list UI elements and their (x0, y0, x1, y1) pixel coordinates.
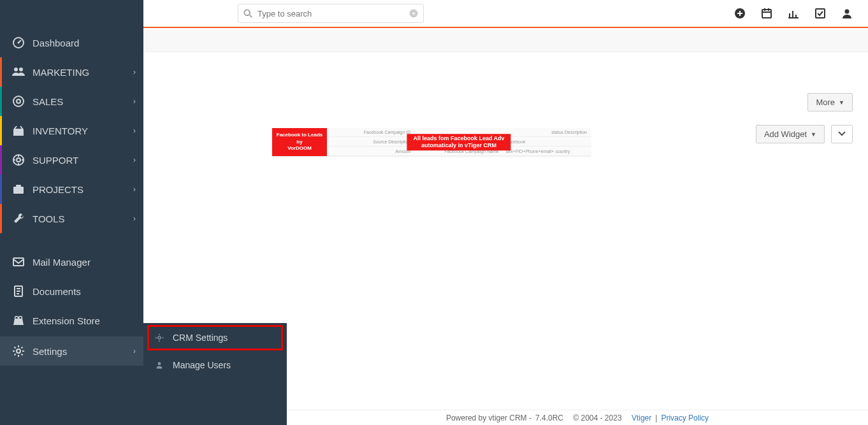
footer: Powered by vtiger CRM - 7.4.0RC © 2004 -… (287, 410, 868, 425)
footer-version: 7.4.0RC (535, 414, 563, 422)
svg-rect-12 (13, 129, 24, 136)
caret-down-icon: ▼ (839, 99, 844, 106)
add-icon[interactable] (734, 8, 746, 19)
chevron-right-icon: › (133, 97, 136, 106)
more-button[interactable]: More ▼ (807, 93, 853, 112)
chevron-right-icon: › (133, 126, 136, 135)
chevron-right-icon: › (133, 214, 136, 223)
documents-icon (11, 285, 26, 298)
projects-icon (11, 183, 26, 196)
submenu-label: CRM Settings (173, 333, 228, 343)
footer-prefix: Powered by vtiger CRM - (446, 414, 532, 422)
add-widget-button[interactable]: Add Widget ▼ (756, 125, 825, 143)
sidebar-item-dashboard[interactable]: Dashboard (0, 28, 143, 57)
sales-icon (11, 95, 26, 108)
sidebar-label: TOOLS (33, 213, 134, 224)
sidebar-label: SALES (33, 96, 134, 107)
search-dropdown-icon[interactable] (409, 9, 418, 18)
sidebar-item-support[interactable]: SUPPORT › (0, 145, 143, 175)
footer-sep: | (655, 414, 657, 422)
sidebar-label: Documents (33, 286, 134, 297)
svg-point-22 (158, 336, 161, 339)
support-icon (11, 154, 26, 166)
global-search[interactable] (238, 4, 424, 23)
search-input[interactable] (257, 9, 409, 18)
sidebar-label: Settings (33, 346, 134, 357)
sidebar-label: SUPPORT (33, 155, 134, 166)
sidebar-item-extension-store[interactable]: Extension Store (0, 306, 143, 335)
chevron-right-icon: › (133, 347, 136, 356)
banner-l3: VorDOOM (272, 145, 327, 152)
sidebar-item-documents[interactable]: Documents (0, 277, 143, 306)
reports-icon[interactable] (788, 8, 799, 19)
svg-point-9 (19, 68, 23, 71)
sidebar-label: MARKETING (33, 67, 134, 78)
bf-camp-val: sex+FIO+Phone+email+ country (503, 147, 591, 156)
bf-amount: Amount (327, 147, 414, 156)
user-icon (155, 361, 166, 370)
banner-logo: Facebook to Leads by VorDOOM (272, 128, 327, 156)
more-label: More (816, 97, 835, 107)
bf-campaign-id: Facebook Campaign ID (327, 128, 414, 137)
promo-banner: Facebook to Leads by VorDOOM Facebook Ca… (272, 128, 591, 156)
sidebar-label: Extension Store (33, 315, 134, 326)
sidebar-item-inventory[interactable]: INVENTORY › (0, 116, 143, 145)
submenu-label: Manage Users (173, 360, 231, 370)
sidebar-item-tools[interactable]: TOOLS › (0, 204, 143, 233)
expand-button[interactable] (831, 125, 853, 143)
submenu-item-crm-settings[interactable]: CRM Settings (147, 325, 283, 350)
chevron-right-icon: › (133, 155, 136, 164)
calendar-icon[interactable] (761, 8, 772, 19)
svg-point-19 (15, 317, 18, 320)
svg-point-8 (14, 68, 18, 71)
sidebar: Dashboard MARKETING › SALES › INVENTORY … (0, 0, 143, 425)
sidebar-item-projects[interactable]: PROJECTS › (0, 175, 143, 204)
banner-headline: All leads fom Facebook Lead Adv automati… (407, 134, 510, 150)
gear-icon (155, 333, 166, 342)
banner-l2: by (272, 139, 327, 145)
svg-point-5 (845, 10, 850, 14)
chevron-right-icon: › (133, 68, 136, 76)
svg-point-21 (17, 349, 20, 353)
sidebar-label: PROJECTS (33, 184, 134, 195)
svg-point-0 (244, 10, 250, 15)
tools-icon (11, 212, 26, 225)
banner-l1: Facebook to Leads (272, 132, 327, 138)
sidebar-label: INVENTORY (33, 126, 134, 136)
footer-copyright: © 2004 - 2023 (573, 414, 621, 422)
sidebar-item-mail-manager[interactable]: Mail Manager (0, 247, 143, 277)
svg-rect-16 (16, 185, 21, 187)
sidebar-label: Dashboard (33, 38, 134, 48)
svg-point-23 (158, 362, 161, 365)
bf-leadsrc-val: Facebook (503, 138, 591, 147)
settings-submenu: CRM Settings Manage Users (143, 323, 287, 425)
sidebar-item-settings[interactable]: Settings › (0, 336, 143, 366)
svg-rect-3 (762, 10, 771, 18)
bf-source: Source Description (327, 138, 414, 147)
sidebar-label: Mail Manager (33, 257, 134, 268)
tasks-icon[interactable] (814, 8, 826, 19)
svg-rect-4 (816, 9, 825, 18)
inventory-icon (11, 124, 26, 137)
sidebar-item-sales[interactable]: SALES › (0, 87, 143, 116)
sidebar-item-marketing[interactable]: MARKETING › (0, 57, 143, 87)
gear-icon (11, 345, 26, 357)
marketing-icon (11, 66, 26, 78)
search-icon (243, 9, 252, 18)
store-icon (11, 314, 26, 327)
mail-icon (11, 256, 26, 268)
user-icon[interactable] (841, 8, 853, 19)
add-widget-label: Add Widget (764, 129, 807, 139)
dashboard-icon (11, 36, 26, 49)
svg-point-10 (13, 96, 24, 106)
caret-down-icon: ▼ (811, 131, 816, 138)
submenu-item-manage-users[interactable]: Manage Users (143, 352, 287, 378)
footer-vtiger-link[interactable]: Vtiger (632, 414, 651, 422)
footer-privacy-link[interactable]: Privacy Policy (661, 414, 709, 422)
bf-status: status Description (503, 128, 591, 137)
svg-rect-17 (13, 258, 24, 266)
svg-point-14 (17, 158, 20, 162)
svg-point-11 (17, 99, 20, 103)
svg-point-7 (18, 42, 20, 44)
chevron-right-icon: › (133, 185, 136, 194)
